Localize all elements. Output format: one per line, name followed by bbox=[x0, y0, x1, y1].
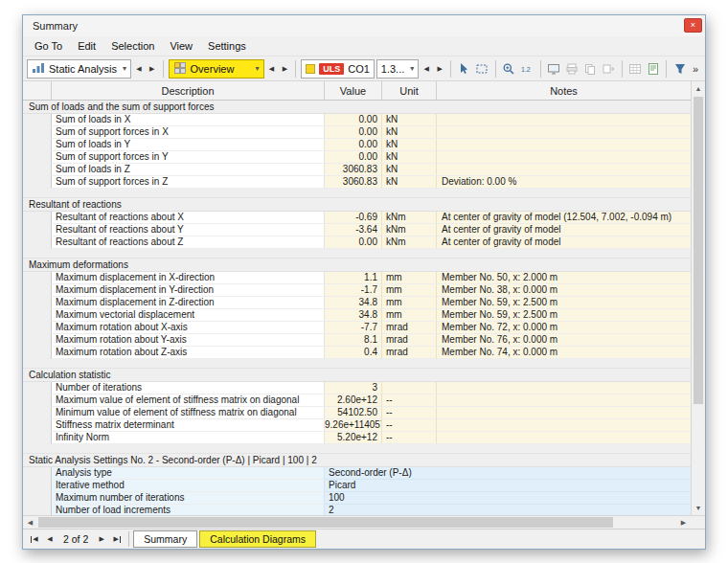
table-row[interactable]: Number of iterations3 bbox=[23, 382, 691, 394]
analysis-next-button[interactable]: ▶ bbox=[147, 59, 158, 78]
horizontal-scroll-thumb[interactable] bbox=[38, 517, 613, 528]
table-grid-icon[interactable] bbox=[626, 59, 643, 79]
menu-settings[interactable]: Settings bbox=[200, 38, 254, 54]
view-combo[interactable]: Overview ▾ bbox=[169, 59, 264, 79]
menu-selection[interactable]: Selection bbox=[103, 38, 162, 54]
last-page-button[interactable]: ▶ bbox=[109, 530, 125, 548]
row-value: 0.4 bbox=[325, 347, 382, 359]
menu-edit[interactable]: Edit bbox=[70, 38, 103, 54]
scroll-down-icon[interactable]: ▼ bbox=[692, 501, 705, 515]
export-icon[interactable] bbox=[601, 59, 617, 79]
view-prev-button[interactable]: ◀ bbox=[266, 59, 278, 78]
row-gutter bbox=[23, 467, 52, 480]
header-value[interactable]: Value bbox=[325, 81, 382, 100]
row-value: 34.8 bbox=[325, 297, 382, 309]
table-row[interactable]: Resultant of reactions about Z0.00kNmAt … bbox=[23, 236, 691, 249]
summary-table: Description Value Unit Notes Sum of load… bbox=[23, 81, 691, 515]
horizontal-scrollbar[interactable]: ◀ ▶ bbox=[23, 515, 705, 529]
pointer-select-icon[interactable] bbox=[456, 59, 472, 79]
table-row[interactable]: Analysis typeSecond-order (P-Δ) bbox=[23, 467, 691, 480]
row-notes bbox=[437, 394, 691, 407]
table-row[interactable]: Resultant of reactions about Y-3.64kNmAt… bbox=[23, 224, 691, 236]
table-row[interactable]: Maximum displacement in Z-direction34.8m… bbox=[23, 297, 691, 309]
table-row[interactable]: Number of load increments2 bbox=[23, 505, 691, 515]
table-row[interactable]: Sum of loads in Y0.00kN bbox=[23, 139, 691, 151]
table-row[interactable]: Sum of support forces in X0.00kN bbox=[23, 126, 691, 139]
header-description[interactable]: Description bbox=[52, 81, 325, 100]
row-description: Maximum value of element of stiffness ma… bbox=[52, 394, 325, 407]
table-row[interactable]: Maximum displacement in X-direction1.1mm… bbox=[23, 272, 691, 284]
filter-icon[interactable] bbox=[671, 59, 688, 79]
vertical-scroll-track[interactable] bbox=[692, 96, 705, 501]
scrollbar-corner bbox=[691, 516, 705, 529]
next-page-button[interactable]: ▶ bbox=[94, 530, 109, 548]
close-button[interactable]: × bbox=[684, 18, 702, 33]
factor-combo[interactable]: 1.3... ▾ bbox=[376, 59, 419, 79]
analysis-combo-value: Static Analysis bbox=[49, 63, 117, 75]
bottombar: ◀ ◀ 2 of 2 ▶ ▶ Summary Calculation Diagr… bbox=[23, 529, 705, 549]
table-row[interactable]: Minimum value of element of stiffness ma… bbox=[23, 407, 691, 419]
row-value: 8.1 bbox=[325, 334, 382, 347]
table-row[interactable]: Iterative methodPicard bbox=[23, 480, 691, 492]
header-unit[interactable]: Unit bbox=[382, 81, 437, 100]
zoom-icon[interactable] bbox=[501, 59, 517, 79]
table-row[interactable]: Maximum number of iterations100 bbox=[23, 492, 691, 505]
row-value: 1.1 bbox=[325, 272, 382, 284]
table-row[interactable]: Sum of loads in X0.00kN bbox=[23, 114, 691, 126]
row-description: Maximum vectorial displacement bbox=[52, 309, 325, 322]
row-notes bbox=[437, 407, 691, 419]
tab-summary[interactable]: Summary bbox=[133, 530, 197, 548]
scroll-up-icon[interactable]: ▲ bbox=[692, 81, 705, 96]
analysis-prev-button[interactable]: ◀ bbox=[133, 59, 145, 78]
row-description: Analysis type bbox=[52, 467, 325, 480]
vertical-scrollbar[interactable]: ▲ ▼ bbox=[691, 81, 705, 515]
row-description: Maximum displacement in Z-direction bbox=[52, 297, 325, 309]
load-case-field[interactable]: ULS CO1 bbox=[301, 59, 375, 79]
tab-calculation-diagrams[interactable]: Calculation Diagrams bbox=[199, 530, 316, 548]
case-prev-button[interactable]: ◀ bbox=[421, 59, 432, 78]
view-next-button[interactable]: ▶ bbox=[279, 59, 290, 78]
content-area: Description Value Unit Notes Sum of load… bbox=[23, 81, 705, 515]
table-row[interactable]: Infinity Norm5.20e+12-- bbox=[23, 432, 691, 444]
table-row[interactable]: Maximum rotation about Z-axis0.4mradMemb… bbox=[23, 347, 691, 359]
menu-goto[interactable]: Go To bbox=[27, 38, 70, 54]
row-value: 3060.83 bbox=[325, 176, 382, 189]
print-icon[interactable] bbox=[564, 59, 580, 79]
show-values-icon[interactable]: 1.2 bbox=[519, 59, 535, 79]
copy-icon[interactable] bbox=[582, 59, 599, 79]
table-row[interactable]: Sum of support forces in Y0.00kN bbox=[23, 151, 691, 164]
case-next-button[interactable]: ▶ bbox=[434, 59, 445, 78]
table-row[interactable]: Maximum vectorial displacement34.8mmMemb… bbox=[23, 309, 691, 322]
table-row[interactable]: Maximum displacement in Y-direction-1.7m… bbox=[23, 284, 691, 297]
selection-box-icon[interactable] bbox=[474, 59, 490, 79]
vertical-scroll-thumb[interactable] bbox=[694, 97, 703, 404]
table-row[interactable]: Stiffness matrix determinant9.26e+114057… bbox=[23, 419, 691, 432]
row-unit: -- bbox=[382, 394, 437, 407]
row-description: Maximum displacement in X-direction bbox=[52, 272, 325, 284]
table-row[interactable]: Maximum value of element of stiffness ma… bbox=[23, 394, 691, 407]
analysis-type-combo[interactable]: Static Analysis ▾ bbox=[27, 59, 131, 79]
table-row[interactable]: Maximum rotation about X-axis-7.7mradMem… bbox=[23, 322, 691, 334]
toolbar-overflow-button[interactable]: » bbox=[690, 63, 701, 75]
row-description: Number of load increments bbox=[52, 505, 325, 515]
scroll-left-icon[interactable]: ◀ bbox=[23, 516, 37, 529]
horizontal-scroll-track[interactable] bbox=[37, 516, 676, 529]
table-row[interactable]: Sum of support forces in Z3060.83kNDevia… bbox=[23, 176, 691, 189]
table-row[interactable]: Resultant of reactions about X-0.69kNmAt… bbox=[23, 212, 691, 224]
first-page-button[interactable]: ◀ bbox=[27, 530, 42, 548]
row-notes bbox=[437, 164, 691, 176]
screen-icon[interactable] bbox=[546, 59, 562, 79]
menu-view[interactable]: View bbox=[162, 38, 200, 54]
table-row[interactable]: Sum of loads in Z3060.83kN bbox=[23, 164, 691, 176]
row-notes: Member No. 72, x: 0.000 m bbox=[437, 322, 691, 334]
row-notes bbox=[437, 419, 691, 432]
prev-page-button[interactable]: ◀ bbox=[42, 530, 57, 548]
row-unit: kN bbox=[382, 176, 437, 189]
header-notes[interactable]: Notes bbox=[437, 81, 691, 100]
scroll-right-icon[interactable]: ▶ bbox=[676, 516, 691, 529]
svg-text:1.2: 1.2 bbox=[521, 66, 531, 73]
table-row[interactable]: Maximum rotation about Y-axis8.1mradMemb… bbox=[23, 334, 691, 347]
report-icon[interactable] bbox=[645, 59, 661, 79]
row-value: 34.8 bbox=[325, 309, 382, 322]
row-notes bbox=[437, 139, 691, 151]
